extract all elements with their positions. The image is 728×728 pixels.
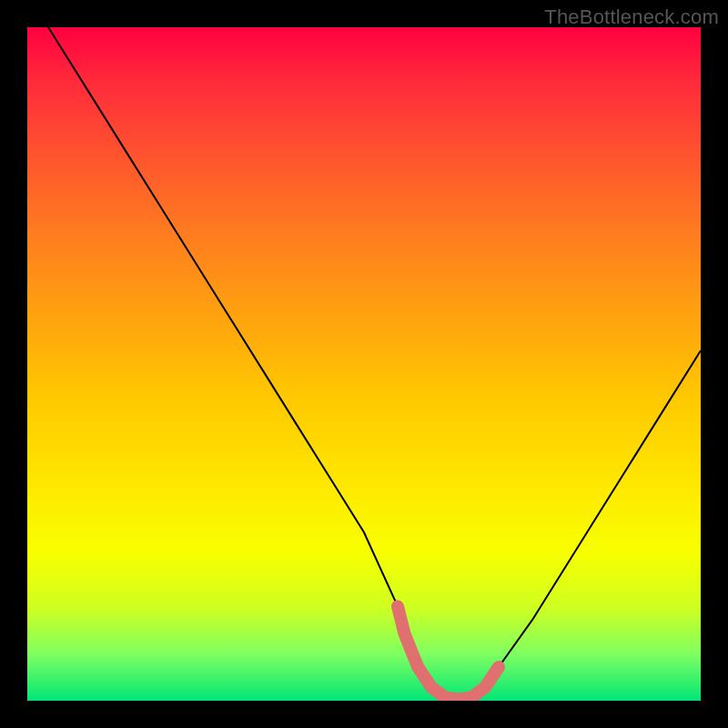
highlight-segment-path [398,606,499,699]
plot-area [27,27,701,701]
watermark-text: TheBottleneck.com [544,5,719,29]
bottleneck-curve-path [27,27,701,700]
chart-frame: TheBottleneck.com [0,0,728,728]
curve-svg [27,27,701,701]
